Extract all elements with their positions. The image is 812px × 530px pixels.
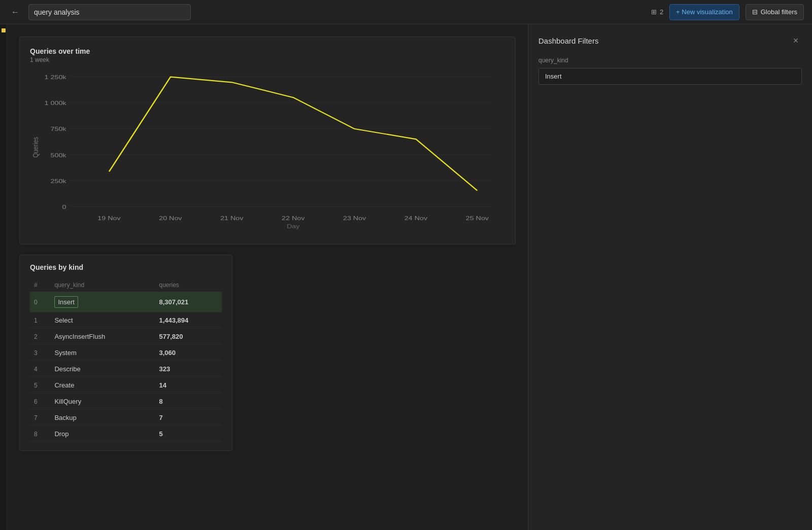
table-row[interactable]: 5Create14 [30,377,222,394]
topbar-right: ⊞ 2 + New visualization ⊟ Global filters [651,4,804,20]
new-viz-label: + New visualization [676,8,733,16]
viz-count-value: 2 [660,8,663,16]
line-chart-svg: 1 250k 1 000k 750k 500k 250k 0 Queries 1… [30,72,505,234]
svg-text:23 Nov: 23 Nov [343,215,366,222]
row-index: 3 [30,345,50,361]
row-kind: Select [50,312,155,329]
content-area: Queries over time 1 week 1 250k 1 000k 7… [7,24,528,530]
dashboard-title-input[interactable] [28,4,191,20]
global-filters-label: Global filters [761,8,797,16]
row-queries: 3,060 [155,345,222,361]
svg-text:24 Nov: 24 Nov [404,215,428,222]
row-index: 2 [30,329,50,345]
filters-panel-header: Dashboard Filters × [538,34,802,47]
svg-text:21 Nov: 21 Nov [220,215,244,222]
svg-text:Day: Day [287,223,300,230]
left-strip-indicator [2,28,6,32]
svg-text:500k: 500k [51,152,66,158]
filter-value[interactable]: Insert [538,68,802,85]
filters-panel-title: Dashboard Filters [538,37,598,45]
table-row[interactable]: 0Insert8,307,021 [30,292,222,312]
row-index: 4 [30,361,50,377]
global-filters-button[interactable]: ⊟ Global filters [746,4,804,20]
chart-section: Queries over time 1 week 1 250k 1 000k 7… [19,37,516,244]
table-row[interactable]: 6KillQuery8 [30,394,222,410]
svg-text:750k: 750k [51,126,66,132]
table-row[interactable]: 4Describe323 [30,361,222,377]
row-queries: 1,443,894 [155,312,222,329]
row-kind: System [50,345,155,361]
back-icon: ← [11,8,19,17]
filter-icon: ⊟ [752,8,758,16]
row-queries: 323 [155,361,222,377]
row-queries: 577,820 [155,329,222,345]
row-queries: 14 [155,377,222,394]
back-button[interactable]: ← [8,5,22,19]
svg-text:25 Nov: 25 Nov [466,215,489,222]
left-strip [0,24,7,530]
row-kind: KillQuery [50,394,155,410]
row-kind: Backup [50,410,155,426]
col-header-queries: queries [155,278,222,292]
topbar: ← ⊞ 2 + New visualization ⊟ Global filte… [0,0,812,24]
table-row[interactable]: 2AsyncInsertFlush577,820 [30,329,222,345]
table-row[interactable]: 8Drop5 [30,426,222,442]
row-index: 7 [30,410,50,426]
row-kind: AsyncInsertFlush [50,329,155,345]
main-layout: Queries over time 1 week 1 250k 1 000k 7… [0,24,812,530]
row-kind: Create [50,377,155,394]
filter-field-label: query_kind [538,57,802,64]
chart-line [109,77,477,191]
queries-table: # query_kind queries 0Insert8,307,0211Se… [30,278,222,442]
filters-panel: Dashboard Filters × query_kind Insert [528,24,812,530]
row-index: 5 [30,377,50,394]
svg-text:250k: 250k [51,178,66,184]
row-index: 1 [30,312,50,329]
chart-subtitle: 1 week [30,56,505,63]
col-header-num: # [30,278,50,292]
row-kind: Describe [50,361,155,377]
table-row[interactable]: 3System3,060 [30,345,222,361]
table-title: Queries by kind [30,263,222,271]
filters-close-button[interactable]: × [790,34,802,47]
new-visualization-button[interactable]: + New visualization [669,4,739,20]
svg-text:19 Nov: 19 Nov [97,215,121,222]
chart-title: Queries over time [30,47,505,55]
svg-text:Queries: Queries [31,136,39,157]
viz-count: ⊞ 2 [651,8,663,16]
row-queries: 8 [155,394,222,410]
col-header-kind: query_kind [50,278,155,292]
row-index: 8 [30,426,50,442]
table-row[interactable]: 7Backup7 [30,410,222,426]
row-queries: 5 [155,426,222,442]
table-row[interactable]: 1Select1,443,894 [30,312,222,329]
svg-text:20 Nov: 20 Nov [159,215,182,222]
row-queries: 7 [155,410,222,426]
row-index: 0 [30,292,50,312]
svg-text:0: 0 [62,203,66,210]
table-section: Queries by kind # query_kind queries 0In… [19,255,232,451]
svg-text:1 250k: 1 250k [45,74,66,80]
svg-text:1 000k: 1 000k [45,99,66,106]
svg-text:22 Nov: 22 Nov [282,215,305,222]
viz-count-icon: ⊞ [651,8,657,16]
chart-container: 1 250k 1 000k 750k 500k 250k 0 Queries 1… [30,72,505,234]
row-index: 6 [30,394,50,410]
row-kind: Insert [50,292,155,312]
row-queries: 8,307,021 [155,292,222,312]
row-kind: Drop [50,426,155,442]
